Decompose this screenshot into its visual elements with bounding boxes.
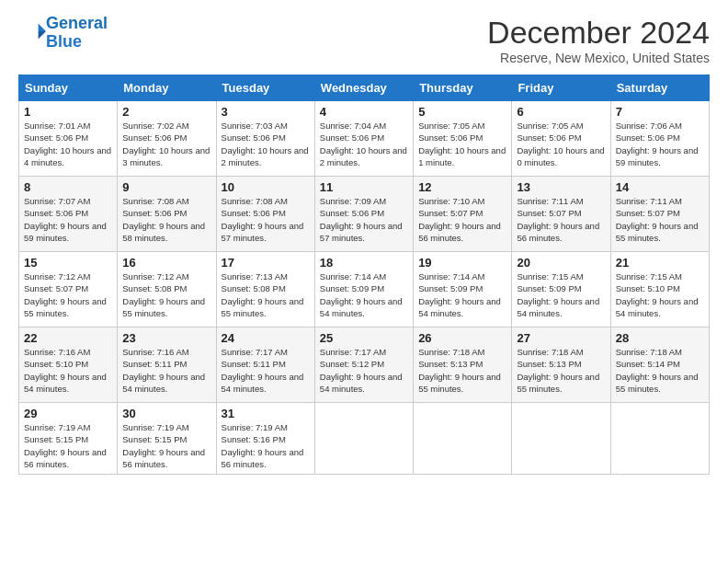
day-info: Sunrise: 7:10 AMSunset: 5:07 PMDaylight:…	[418, 195, 506, 244]
header-cell-tuesday: Tuesday	[216, 75, 314, 101]
day-cell-18: 18Sunrise: 7:14 AMSunset: 5:09 PMDayligh…	[314, 252, 413, 327]
day-info: Sunrise: 7:17 AMSunset: 5:11 PMDaylight:…	[222, 346, 310, 395]
day-number: 1	[24, 105, 112, 119]
day-number: 24	[222, 331, 310, 345]
day-number: 9	[122, 180, 210, 194]
header-cell-saturday: Saturday	[610, 75, 709, 101]
day-info: Sunrise: 7:04 AMSunset: 5:06 PMDaylight:…	[320, 120, 408, 168]
day-cell-24: 24Sunrise: 7:17 AMSunset: 5:11 PMDayligh…	[216, 327, 314, 403]
day-info: Sunrise: 7:16 AMSunset: 5:11 PMDaylight:…	[122, 346, 210, 395]
day-info: Sunrise: 7:15 AMSunset: 5:10 PMDaylight:…	[616, 270, 704, 319]
day-number: 2	[122, 105, 210, 119]
day-cell-23: 23Sunrise: 7:16 AMSunset: 5:11 PMDayligh…	[118, 327, 216, 403]
day-number: 26	[418, 331, 506, 345]
empty-cell	[314, 403, 413, 475]
day-info: Sunrise: 7:08 AMSunset: 5:06 PMDaylight:…	[222, 195, 310, 244]
day-cell-6: 6Sunrise: 7:05 AMSunset: 5:06 PMDaylight…	[512, 101, 610, 177]
header-cell-monday: Monday	[118, 75, 216, 101]
day-number: 8	[24, 180, 112, 194]
day-info: Sunrise: 7:01 AMSunset: 5:06 PMDaylight:…	[24, 120, 112, 168]
day-info: Sunrise: 7:03 AMSunset: 5:06 PMDaylight:…	[222, 120, 310, 168]
day-info: Sunrise: 7:14 AMSunset: 5:09 PMDaylight:…	[418, 270, 506, 319]
logo-text: General Blue	[46, 15, 108, 52]
day-number: 15	[24, 256, 112, 270]
day-cell-22: 22Sunrise: 7:16 AMSunset: 5:10 PMDayligh…	[19, 327, 118, 403]
day-info: Sunrise: 7:19 AMSunset: 5:15 PMDaylight:…	[24, 421, 112, 470]
day-info: Sunrise: 7:05 AMSunset: 5:06 PMDaylight:…	[418, 120, 506, 168]
day-cell-17: 17Sunrise: 7:13 AMSunset: 5:08 PMDayligh…	[216, 252, 314, 327]
day-number: 30	[122, 407, 210, 420]
day-info: Sunrise: 7:15 AMSunset: 5:09 PMDaylight:…	[517, 270, 605, 319]
day-info: Sunrise: 7:02 AMSunset: 5:06 PMDaylight:…	[122, 120, 210, 168]
day-info: Sunrise: 7:16 AMSunset: 5:10 PMDaylight:…	[24, 346, 112, 395]
day-cell-9: 9Sunrise: 7:08 AMSunset: 5:06 PMDaylight…	[118, 177, 216, 252]
header-row: SundayMondayTuesdayWednesdayThursdayFrid…	[19, 75, 710, 101]
day-cell-15: 15Sunrise: 7:12 AMSunset: 5:07 PMDayligh…	[19, 252, 118, 327]
day-cell-7: 7Sunrise: 7:06 AMSunset: 5:06 PMDaylight…	[610, 101, 709, 177]
day-number: 23	[122, 331, 210, 345]
header: General Blue December 2024 Reserve, New …	[18, 15, 710, 65]
day-cell-26: 26Sunrise: 7:18 AMSunset: 5:13 PMDayligh…	[414, 327, 512, 403]
logo-line2: Blue	[46, 32, 82, 51]
day-cell-14: 14Sunrise: 7:11 AMSunset: 5:07 PMDayligh…	[610, 177, 709, 252]
day-cell-13: 13Sunrise: 7:11 AMSunset: 5:07 PMDayligh…	[512, 177, 610, 252]
week-row-2: 8Sunrise: 7:07 AMSunset: 5:06 PMDaylight…	[19, 177, 710, 252]
title-block: December 2024 Reserve, New Mexico, Unite…	[487, 15, 710, 65]
day-cell-4: 4Sunrise: 7:04 AMSunset: 5:06 PMDaylight…	[314, 101, 413, 177]
day-number: 29	[24, 407, 112, 420]
day-cell-21: 21Sunrise: 7:15 AMSunset: 5:10 PMDayligh…	[610, 252, 709, 327]
day-info: Sunrise: 7:11 AMSunset: 5:07 PMDaylight:…	[616, 195, 704, 244]
logo-icon	[20, 18, 46, 44]
day-cell-31: 31Sunrise: 7:19 AMSunset: 5:16 PMDayligh…	[216, 403, 314, 475]
day-number: 5	[418, 105, 506, 119]
day-number: 22	[24, 331, 112, 345]
day-info: Sunrise: 7:18 AMSunset: 5:13 PMDaylight:…	[418, 346, 506, 395]
day-info: Sunrise: 7:08 AMSunset: 5:06 PMDaylight:…	[122, 195, 210, 244]
day-info: Sunrise: 7:12 AMSunset: 5:07 PMDaylight:…	[24, 270, 112, 319]
header-cell-thursday: Thursday	[414, 75, 512, 101]
month-title: December 2024	[487, 15, 710, 51]
day-number: 28	[616, 331, 704, 345]
day-info: Sunrise: 7:14 AMSunset: 5:09 PMDaylight:…	[320, 270, 408, 319]
day-cell-1: 1Sunrise: 7:01 AMSunset: 5:06 PMDaylight…	[19, 101, 118, 177]
logo-line1: General	[46, 14, 108, 32]
day-cell-20: 20Sunrise: 7:15 AMSunset: 5:09 PMDayligh…	[512, 252, 610, 327]
location: Reserve, New Mexico, United States	[487, 51, 710, 65]
day-cell-30: 30Sunrise: 7:19 AMSunset: 5:15 PMDayligh…	[118, 403, 216, 475]
day-info: Sunrise: 7:19 AMSunset: 5:15 PMDaylight:…	[122, 421, 210, 470]
calendar-table: SundayMondayTuesdayWednesdayThursdayFrid…	[18, 75, 710, 475]
day-cell-2: 2Sunrise: 7:02 AMSunset: 5:06 PMDaylight…	[118, 101, 216, 177]
empty-cell	[414, 403, 512, 475]
header-cell-sunday: Sunday	[19, 75, 118, 101]
day-info: Sunrise: 7:19 AMSunset: 5:16 PMDaylight:…	[222, 421, 310, 470]
day-cell-10: 10Sunrise: 7:08 AMSunset: 5:06 PMDayligh…	[216, 177, 314, 252]
day-cell-5: 5Sunrise: 7:05 AMSunset: 5:06 PMDaylight…	[414, 101, 512, 177]
day-number: 11	[320, 180, 408, 194]
day-number: 13	[517, 180, 605, 194]
day-number: 21	[616, 256, 704, 270]
empty-cell	[610, 403, 709, 475]
day-info: Sunrise: 7:13 AMSunset: 5:08 PMDaylight:…	[222, 270, 310, 319]
page: General Blue December 2024 Reserve, New …	[0, 0, 728, 484]
day-number: 3	[222, 105, 310, 119]
week-row-3: 15Sunrise: 7:12 AMSunset: 5:07 PMDayligh…	[19, 252, 710, 327]
day-info: Sunrise: 7:12 AMSunset: 5:08 PMDaylight:…	[122, 270, 210, 319]
day-cell-12: 12Sunrise: 7:10 AMSunset: 5:07 PMDayligh…	[414, 177, 512, 252]
logo: General Blue	[18, 15, 108, 52]
header-cell-friday: Friday	[512, 75, 610, 101]
day-number: 12	[418, 180, 506, 194]
day-number: 31	[222, 407, 310, 420]
day-number: 7	[616, 105, 704, 119]
svg-marker-1	[39, 31, 46, 39]
day-number: 17	[222, 256, 310, 270]
day-number: 27	[517, 331, 605, 345]
week-row-1: 1Sunrise: 7:01 AMSunset: 5:06 PMDaylight…	[19, 101, 710, 177]
day-info: Sunrise: 7:18 AMSunset: 5:14 PMDaylight:…	[616, 346, 704, 395]
day-number: 6	[517, 105, 605, 119]
svg-marker-0	[39, 23, 46, 30]
week-row-5: 29Sunrise: 7:19 AMSunset: 5:15 PMDayligh…	[19, 403, 710, 475]
day-info: Sunrise: 7:18 AMSunset: 5:13 PMDaylight:…	[517, 346, 605, 395]
day-info: Sunrise: 7:07 AMSunset: 5:06 PMDaylight:…	[24, 195, 112, 244]
day-cell-28: 28Sunrise: 7:18 AMSunset: 5:14 PMDayligh…	[610, 327, 709, 403]
empty-cell	[512, 403, 610, 475]
